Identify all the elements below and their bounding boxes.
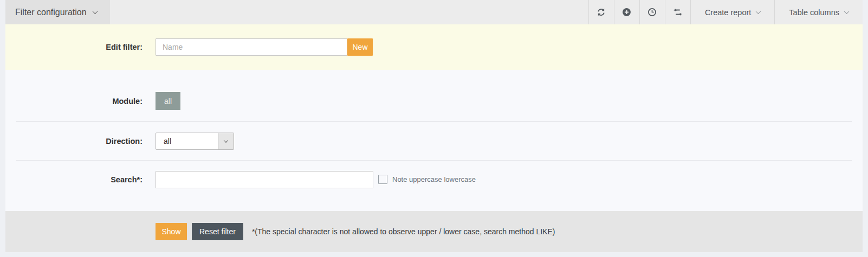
panel-footer: Show Reset filter *(The special characte… [5,211,863,252]
add-button[interactable] [614,0,639,24]
history-button[interactable] [639,0,665,24]
add-icon [622,8,631,17]
reset-filter-button[interactable]: Reset filter [192,223,243,240]
direction-label: Direction: [5,137,142,146]
refresh-button[interactable] [588,0,614,24]
search-row: Search*: Note uppercase lowercase [5,161,863,211]
edit-filter-row: Edit filter: New [5,24,863,70]
panel-header: Filter configuration [5,0,863,24]
module-row: Module: all [5,70,863,121]
module-all-badge[interactable]: all [156,92,180,110]
table-columns-menu[interactable]: Table columns [774,0,863,24]
create-report-menu[interactable]: Create report [690,0,774,24]
refresh-icon [597,8,606,17]
header-actions: Create report Table columns [588,0,863,24]
chevron-down-icon [844,9,850,14]
show-button[interactable]: Show [156,223,187,240]
filter-configuration-tab-label: Filter configuration [15,8,87,17]
history-icon [647,8,657,17]
header-spacer [110,0,588,24]
chevron-down-icon [756,9,761,14]
edit-filter-controls: New [156,38,373,56]
direction-select[interactable]: all [156,133,234,150]
search-label: Search*: [5,175,142,184]
footer-note: *(The special character is not allowed t… [252,227,555,236]
create-report-label: Create report [705,8,751,17]
repeat-icon [673,8,683,17]
module-label: Module: [5,97,142,106]
filter-name-input[interactable] [156,38,347,56]
select-arrow-box [218,133,234,149]
edit-filter-label: Edit filter: [5,43,142,51]
filter-configuration-panel: Filter configuration [5,0,863,252]
filter-configuration-tab[interactable]: Filter configuration [5,0,110,24]
table-columns-label: Table columns [789,8,839,17]
case-sensitive-checkbox-label: Note uppercase lowercase [392,175,476,183]
case-sensitive-checkbox[interactable] [378,175,387,184]
repeat-button[interactable] [665,0,690,24]
chevron-down-icon [224,138,228,142]
search-input[interactable] [156,171,373,188]
chevron-down-icon [92,9,98,14]
new-filter-button[interactable]: New [347,38,373,56]
direction-select-value: all [156,133,218,149]
direction-row: Direction: all [5,122,863,160]
